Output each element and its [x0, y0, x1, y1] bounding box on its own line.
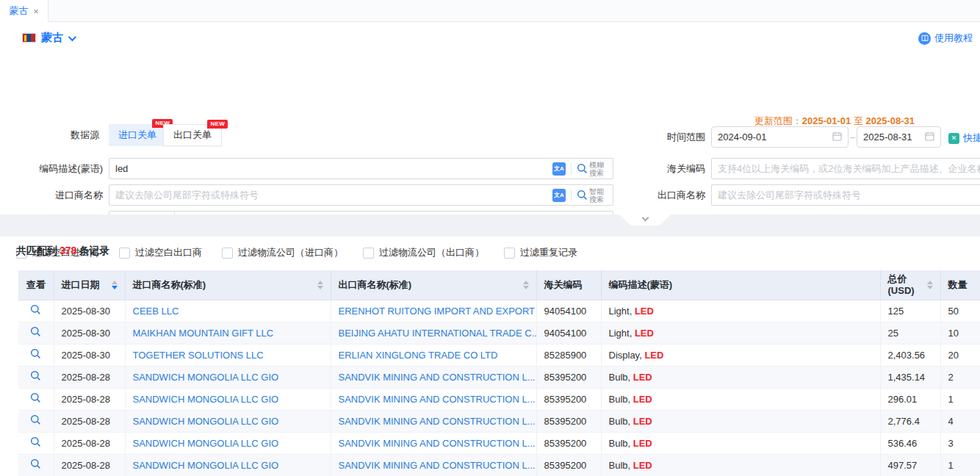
row-qty: 4 [948, 416, 954, 427]
update-range-end: 2025-08-31 [866, 115, 915, 126]
checkbox-filter-logistics-exporter[interactable]: 过滤物流公司（出口商） [363, 246, 484, 259]
row-date: 2025-08-28 [62, 416, 111, 427]
tab-import-declarations[interactable]: 进口关单 NEW [109, 124, 166, 146]
exporter-input[interactable]: 建议去除公司尾部字符或特殊符号 [711, 184, 980, 206]
sort-icon[interactable] [313, 281, 323, 289]
exporter-link[interactable]: SANDVIK MINING AND CONSTRUCTION L... [339, 372, 536, 383]
cell-import-date: 2025-08-30 [54, 300, 125, 322]
importer-link[interactable]: TOGETHER SOLUTIONS LLC [133, 350, 264, 361]
exporter-link[interactable]: SANDVIK MINING AND CONSTRUCTION L... [339, 394, 536, 405]
smart-search-label: 智能搜索 [589, 187, 607, 203]
table-row: 2025-08-28 SANDWICH MONGOLIA LLC GIO SAN… [18, 454, 980, 476]
translate-icon[interactable]: 文A [552, 162, 566, 176]
shortcut-icon: ✕ [948, 133, 959, 144]
sort-icon[interactable] [107, 281, 118, 289]
chevron-down-icon [68, 32, 76, 40]
hs-code-input[interactable]: 支持4位以上海关编码，或2位海关编码加上产品描述、企业名称 [711, 158, 980, 179]
view-detail-button[interactable] [30, 348, 41, 359]
view-detail-button[interactable] [30, 370, 41, 381]
importer-link[interactable]: MAIKHAN MOUNTAIN GIFT LLC [133, 328, 274, 339]
row-desc-highlight: LED [635, 306, 654, 317]
row-hs: 94054100 [544, 328, 587, 339]
col-label: 进口商名称(标准) [133, 278, 206, 292]
col-import-date[interactable]: 进口日期 [54, 270, 125, 300]
code-desc-input[interactable]: led 文A 模糊搜索 [109, 158, 613, 179]
tutorial-label: 使用教程 [934, 32, 973, 45]
view-detail-button[interactable] [30, 326, 41, 337]
row-price: 125 [888, 306, 904, 317]
exporter-link[interactable]: ERENHOT RUITONG IMPORT AND EXPORT ... [339, 306, 537, 317]
importer-link[interactable]: SANDWICH MONGOLIA LLC GIO [133, 460, 279, 471]
sort-icon[interactable] [519, 281, 529, 289]
row-price: 536.46 [888, 438, 918, 449]
importer-link[interactable]: SANDWICH MONGOLIA LLC GIO [133, 372, 279, 383]
date-start-value: 2024-09-01 [718, 131, 767, 143]
date-end-input[interactable]: 2025-08-31 [857, 126, 941, 148]
country-name: 蒙古 [41, 31, 63, 45]
update-range-label: 更新范围： [754, 115, 802, 126]
translate-icon[interactable]: 文A [552, 189, 566, 202]
cell-quantity: 1 [940, 454, 980, 476]
importer-link[interactable]: SANDWICH MONGOLIA LLC GIO [133, 394, 279, 405]
date-range-dash: – [850, 126, 855, 148]
importer-placeholder: 建议去除公司尾部字符或特殊符号 [115, 189, 259, 202]
importer-link[interactable]: SANDWICH MONGOLIA LLC GIO [133, 438, 279, 449]
smart-search-button[interactable]: 智能搜索 [577, 187, 607, 203]
tutorial-link[interactable]: 使用教程 [918, 32, 973, 45]
cell-exporter: ERENHOT RUITONG IMPORT AND EXPORT ... [331, 300, 536, 322]
row-hs: 94054100 [544, 306, 587, 317]
tab-mongolia[interactable]: 蒙古 × [0, 0, 48, 22]
close-icon[interactable]: × [33, 7, 39, 16]
col-view: 查看 [18, 270, 54, 300]
row-desc: Bulb, [609, 460, 633, 471]
exporter-link[interactable]: SANDVIK MINING AND CONSTRUCTION L... [339, 460, 536, 471]
row-desc-highlight: LED [633, 460, 652, 471]
tab-export-declarations[interactable]: 出口关单 NEW [163, 124, 222, 146]
view-detail-button[interactable] [30, 304, 41, 315]
cell-hs-code: 85395200 [536, 432, 601, 454]
cell-exporter: SANDVIK MINING AND CONSTRUCTION L... [331, 432, 536, 454]
exporter-link[interactable]: SANDVIK MINING AND CONSTRUCTION L... [339, 416, 536, 427]
date-start-input[interactable]: 2024-09-01 [711, 126, 849, 148]
mongolia-flag-icon [22, 33, 36, 43]
exporter-link[interactable]: SANDVIK MINING AND CONSTRUCTION L... [339, 438, 536, 449]
cell-code-desc: Bulb, LED [601, 410, 880, 432]
exporter-link[interactable]: ERLIAN XINGLONG TRADE CO LTD [339, 350, 498, 361]
row-qty: 10 [948, 328, 959, 339]
row-qty: 20 [948, 350, 959, 361]
checkbox-label: 过滤重复记录 [520, 246, 577, 259]
sort-icon[interactable] [923, 281, 933, 289]
view-detail-button[interactable] [30, 458, 41, 469]
cell-hs-code: 94054100 [536, 300, 601, 322]
col-total-price[interactable]: 总价 (USD) [880, 270, 940, 300]
cell-importer: MAIKHAN MOUNTAIN GIFT LLC [125, 322, 331, 344]
cell-quantity: 2 [940, 366, 980, 388]
checkbox-icon [119, 248, 130, 259]
table-row: 2025-08-28 SANDWICH MONGOLIA LLC GIO SAN… [18, 432, 980, 454]
table-body: 2025-08-30 CEEB LLC ERENHOT RUITONG IMPO… [18, 300, 980, 476]
cell-importer: SANDWICH MONGOLIA LLC GIO [125, 366, 331, 388]
cell-importer: TOGETHER SOLUTIONS LLC [125, 344, 331, 366]
col-exporter[interactable]: 出口商名称(标准) [331, 270, 536, 300]
shortcut-button[interactable]: ✕ 快捷 [948, 131, 980, 145]
checkbox-filter-duplicates[interactable]: 过滤重复记录 [504, 246, 577, 259]
view-detail-button[interactable] [30, 392, 41, 403]
table-row: 2025-08-30 MAIKHAN MOUNTAIN GIFT LLC BEI… [18, 322, 980, 344]
importer-input[interactable]: 建议去除公司尾部字符或特殊符号 文A 智能搜索 [109, 184, 613, 206]
checkbox-label: 过滤空白出口商 [135, 246, 202, 259]
checkbox-filter-blank-exporter[interactable]: 过滤空白出口商 [119, 246, 202, 259]
fuzzy-search-button[interactable]: 模糊搜索 [577, 161, 607, 177]
row-desc-highlight: LED [633, 372, 652, 383]
shortcut-label: 快捷 [963, 131, 980, 145]
col-importer[interactable]: 进口商名称(标准) [125, 270, 331, 300]
checkbox-filter-logistics-importer[interactable]: 过滤物流公司（进口商） [222, 246, 343, 259]
view-detail-button[interactable] [30, 436, 41, 447]
view-detail-button[interactable] [30, 414, 41, 425]
cell-quantity: 3 [940, 432, 980, 454]
importer-link[interactable]: CEEB LLC [133, 306, 179, 317]
exporter-link[interactable]: BEIJING AHATU INTERNATIONAL TRADE C... [339, 328, 537, 339]
country-selector[interactable]: 蒙古 [22, 31, 74, 45]
cell-total-price: 536.46 [880, 432, 940, 454]
importer-link[interactable]: SANDWICH MONGOLIA LLC GIO [133, 416, 279, 427]
row-date: 2025-08-28 [62, 394, 111, 405]
